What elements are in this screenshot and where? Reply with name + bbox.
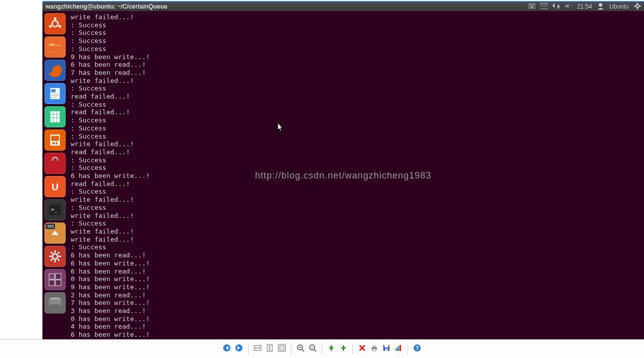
terminal[interactable]: write failed...!: Success: Success: Succ…	[42, 11, 644, 339]
launcher-firefox[interactable]	[44, 60, 66, 81]
terminal-line: : Success	[71, 101, 644, 109]
terminal-line: write failed...!	[71, 77, 644, 85]
network-icon[interactable]	[553, 3, 560, 11]
svg-line-66	[314, 349, 316, 351]
ubuntu-icon	[46, 15, 64, 32]
tree-a-button[interactable]	[326, 344, 336, 354]
keyboard-icon[interactable]	[528, 3, 535, 11]
delete-button[interactable]	[357, 344, 367, 354]
terminal-line: : Success	[71, 29, 644, 37]
bottom-toolbar: ?	[0, 339, 644, 358]
firefox-icon	[46, 62, 64, 79]
separator	[353, 344, 353, 353]
mail-icon[interactable]	[540, 3, 548, 11]
launcher-updates[interactable]: 385	[44, 222, 66, 244]
separator	[248, 344, 249, 353]
terminal-line: 6 has been read...!	[71, 251, 644, 259]
launcher-settings[interactable]	[44, 246, 66, 267]
launcher-calc[interactable]	[44, 106, 66, 127]
svg-rect-0	[528, 4, 535, 8]
launcher-ubuntu-one[interactable]: U	[44, 176, 66, 197]
terminal-line: : Success	[71, 156, 644, 164]
terminal-line: read failed...!	[71, 148, 644, 156]
svg-rect-75	[385, 348, 388, 351]
launcher-writer[interactable]	[44, 83, 66, 104]
launcher-workspace[interactable]	[44, 269, 66, 290]
svg-point-17	[59, 25, 61, 28]
chart-icon	[394, 344, 403, 354]
terminal-line: 9 has been write...!	[71, 283, 644, 291]
svg-rect-60	[280, 346, 284, 350]
zoom-out-button[interactable]	[308, 344, 318, 354]
disk-icon	[46, 294, 64, 311]
prev-button[interactable]	[222, 344, 232, 354]
print-button[interactable]	[369, 344, 379, 354]
fitw-icon	[254, 344, 262, 354]
terminal-line: : Success	[71, 243, 644, 251]
terminal-line: write failed...!	[71, 212, 644, 220]
svg-rect-59	[278, 344, 285, 351]
clock[interactable]: 21:54	[577, 3, 592, 10]
svg-rect-50	[56, 274, 61, 279]
terminal-line: 7 has been write...!	[71, 299, 644, 307]
indicator-area: 21:54 Ubuntu	[528, 3, 641, 11]
zoom-in-button[interactable]	[295, 344, 306, 354]
terminal-line: 6 has been write...!	[71, 172, 644, 180]
terminal-line: write failed...!	[71, 13, 644, 21]
gear-icon[interactable]	[634, 3, 641, 11]
prev-icon	[223, 344, 231, 354]
fit-width-button[interactable]	[253, 344, 263, 354]
next-button[interactable]	[234, 344, 244, 354]
terminal-line: : Success	[71, 204, 644, 212]
volume-icon[interactable]	[565, 3, 572, 11]
terminal-line: write failed...!	[71, 196, 644, 204]
svg-rect-2	[531, 5, 532, 6]
terminal-line: 0 has been write...!	[71, 275, 644, 283]
writer-icon	[46, 85, 64, 102]
fits-icon	[278, 344, 286, 354]
separator	[322, 344, 322, 353]
terminal-line: 0 has been write...!	[71, 315, 644, 323]
svg-rect-76	[395, 348, 397, 351]
svg-rect-3	[532, 5, 533, 6]
svg-point-54	[49, 304, 61, 309]
svg-rect-52	[56, 280, 61, 286]
mouse-cursor-icon	[278, 123, 284, 132]
del-icon	[358, 344, 366, 354]
save-button[interactable]	[381, 344, 391, 354]
fit-screen-button[interactable]	[277, 344, 287, 354]
zout-icon	[309, 344, 317, 354]
svg-rect-18	[49, 46, 61, 52]
user-label[interactable]: Ubuntu	[609, 3, 629, 10]
terminal-line: : Success	[71, 219, 644, 228]
svg-rect-33	[56, 142, 58, 144]
separator	[291, 344, 291, 353]
launcher-terminal[interactable]: >_	[44, 199, 66, 220]
help-button[interactable]: ?	[412, 344, 422, 354]
tree-icon	[339, 344, 348, 354]
launcher-files[interactable]	[44, 36, 66, 58]
terminal-line: : Success	[71, 124, 644, 132]
svg-rect-72	[373, 349, 376, 351]
launcher-impress[interactable]	[44, 129, 66, 151]
terminal-line: 4 has been read...!	[71, 323, 644, 331]
user-icon[interactable]	[597, 3, 604, 11]
help-icon: ?	[413, 344, 421, 354]
svg-point-16	[49, 25, 52, 28]
launcher-disk[interactable]	[44, 292, 66, 314]
folder-icon	[46, 38, 64, 56]
u1-icon: U	[46, 178, 64, 195]
print-icon	[370, 344, 378, 354]
launcher: U>_385	[44, 13, 68, 314]
terminal-line: : Success	[71, 45, 644, 53]
launcher-dash[interactable]	[44, 13, 66, 34]
chart-button[interactable]	[393, 344, 404, 354]
svg-text:>_: >_	[51, 207, 58, 213]
fit-page-button[interactable]	[265, 344, 275, 354]
launcher-software[interactable]	[44, 153, 66, 174]
svg-rect-1	[529, 5, 530, 6]
save-icon	[382, 344, 390, 354]
terminal-line: write failed...!	[71, 228, 644, 236]
svg-line-62	[302, 349, 304, 351]
tree-b-button[interactable]	[338, 344, 349, 354]
